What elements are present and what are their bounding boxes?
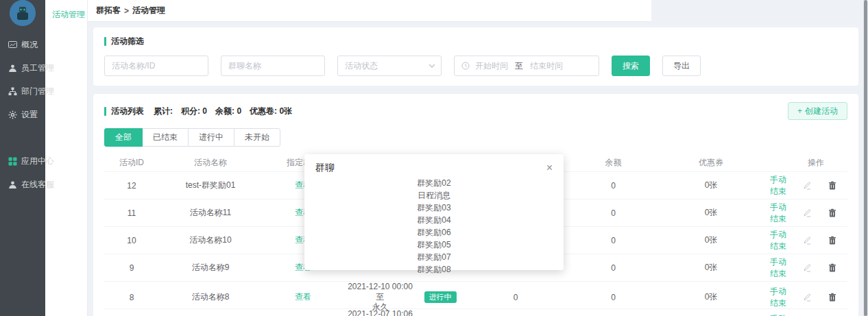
delete-icon[interactable] <box>828 263 836 273</box>
sidebar-item-employees[interactable]: 员工管理 <box>0 56 45 80</box>
tab-ended[interactable]: 已结束 <box>142 128 189 147</box>
employee-icon <box>8 63 17 73</box>
department-icon <box>8 86 17 96</box>
summary-points: 积分: 0 <box>181 106 207 117</box>
delete-icon[interactable] <box>828 236 836 245</box>
cell-activity-name: 活动名称8 <box>159 291 262 303</box>
sidebar-item-label: 应用中心 <box>21 156 54 167</box>
group-list-item: 群奖励06 <box>304 226 564 239</box>
settings-icon <box>8 110 17 119</box>
delete-icon[interactable] <box>828 293 836 302</box>
sidebar-item-label: 在线客服 <box>21 179 54 191</box>
sidebar-item-label: 概况 <box>21 39 38 51</box>
dialog-header: 群聊 × <box>304 154 564 175</box>
group-chat-dialog: 群聊 × 群奖励02 日程消息 群奖励03 群奖励04 群奖励06 群奖励05 … <box>304 154 564 270</box>
create-activity-button[interactable]: + 创建活动 <box>788 102 847 120</box>
summary-coupons: 优惠卷: 0张 <box>250 106 292 117</box>
cell-activity-name: 活动名称11 <box>159 207 262 219</box>
cell-balance: 0 <box>567 293 660 302</box>
edit-icon[interactable] <box>803 293 812 302</box>
primary-sidebar: 概况 员工管理 部门管理 设置 <box>0 0 45 316</box>
sidebar-item-activity-management[interactable]: 活动管理 <box>45 8 87 21</box>
cell-activity-id: 11 <box>104 208 159 218</box>
totals-summary: 累计: 积分: 0 余额: 0 优惠卷: 0张 <box>154 106 292 117</box>
filter-row: 活动状态 开始时间 至 结束时间 搜索 导出 <box>104 56 847 76</box>
group-list-item: 群奖励03 <box>304 202 564 214</box>
col-activity-name: 活动名称 <box>159 157 262 169</box>
sidebar-item-departments[interactable]: 部门管理 <box>0 80 45 103</box>
breadcrumb-current: 活动管理 <box>132 5 165 16</box>
export-button[interactable]: 导出 <box>662 56 701 76</box>
edit-icon[interactable] <box>803 208 812 218</box>
date-range-picker[interactable]: 开始时间 至 结束时间 <box>454 56 599 76</box>
manual-end-link[interactable]: 手动结束 <box>762 313 786 316</box>
manual-end-link[interactable]: 手动结束 <box>762 286 786 309</box>
apps-icon <box>8 156 17 166</box>
search-button[interactable]: 搜索 <box>612 56 650 76</box>
sidebar-item-settings[interactable]: 设置 <box>0 103 45 126</box>
manual-end-link[interactable]: 手动结束 <box>762 256 786 280</box>
group-list-item: 群奖励02 <box>304 177 564 189</box>
status-select-placeholder: 活动状态 <box>345 60 378 72</box>
filter-panel: 活动筛选 活动状态 开始时间 至 结束时间 搜索 导出 <box>93 27 858 86</box>
create-activity-label: 创建活动 <box>805 106 838 117</box>
cell-activity-name: test-群奖励01 <box>159 180 262 191</box>
sidebar-item-label: 员工管理 <box>21 62 54 74</box>
dialog-body: 群奖励02 日程消息 群奖励03 群奖励04 群奖励06 群奖励05 群奖励07… <box>304 177 564 276</box>
edit-icon[interactable] <box>803 181 812 191</box>
sidebar-item-app-center[interactable]: 应用中心 <box>0 149 45 173</box>
avatar[interactable] <box>10 0 36 26</box>
tab-ongoing[interactable]: 进行中 <box>188 128 234 147</box>
sidebar-item-online-service[interactable]: 在线客服 <box>0 173 45 196</box>
manual-end-link[interactable]: 手动结束 <box>762 202 786 225</box>
service-icon <box>8 180 17 189</box>
sidebar-item-label: 部门管理 <box>21 86 54 97</box>
summary-prefix: 累计: <box>154 106 173 117</box>
group-name-input[interactable] <box>221 56 325 76</box>
view-groups-link[interactable]: 查看 <box>295 292 311 302</box>
cell-coupons: 0张 <box>660 234 762 246</box>
start-time-placeholder: 开始时间 <box>475 60 508 72</box>
close-icon[interactable]: × <box>546 163 553 173</box>
cell-activity-id: 10 <box>104 236 159 245</box>
list-title: 活动列表 <box>111 106 144 117</box>
activity-status-select[interactable]: 活动状态 <box>337 56 442 76</box>
cell-activity-name: 活动名称9 <box>159 262 262 274</box>
section-accent-bar <box>104 37 106 46</box>
delete-icon[interactable] <box>828 181 836 191</box>
cell-activity-name: 活动名称10 <box>159 234 262 246</box>
manual-end-link[interactable]: 手动结束 <box>762 229 786 252</box>
cell-balance: 0 <box>567 208 660 218</box>
plus-icon: + <box>797 106 802 116</box>
scrollbar[interactable] <box>863 0 868 316</box>
dashboard-icon <box>8 40 17 49</box>
cell-coupons: 0张 <box>660 262 762 274</box>
delete-icon[interactable] <box>828 208 836 218</box>
breadcrumb-root[interactable]: 群拓客 <box>96 5 121 16</box>
chevron-down-icon <box>429 64 435 68</box>
col-coupons: 优惠券 <box>660 157 762 169</box>
cell-balance: 0 <box>567 181 660 191</box>
summary-balance: 余额: 0 <box>215 106 241 117</box>
filter-title: 活动筛选 <box>111 36 144 47</box>
edit-icon[interactable] <box>803 236 812 245</box>
sidebar-item-overview[interactable]: 概况 <box>0 33 45 56</box>
cell-coupons: 0张 <box>660 180 762 191</box>
scrollbar-thumb[interactable] <box>864 0 867 316</box>
cell-coupons: 0张 <box>660 207 762 219</box>
group-list-item: 日程消息 <box>304 189 564 202</box>
manual-end-link[interactable]: 手动结束 <box>762 174 786 197</box>
dialog-title: 群聊 <box>315 162 335 174</box>
sidebar-nav: 概况 员工管理 部门管理 设置 <box>0 33 45 196</box>
group-list-item: 群奖励07 <box>304 251 564 263</box>
edit-icon[interactable] <box>803 263 812 273</box>
tab-all[interactable]: 全部 <box>104 128 143 147</box>
activity-name-input[interactable] <box>104 56 208 76</box>
filter-section-title: 活动筛选 <box>104 36 847 47</box>
clock-icon <box>461 62 470 70</box>
sidebar-item-label: 设置 <box>21 109 38 121</box>
tab-not-started[interactable]: 未开始 <box>234 128 280 147</box>
cell-balance: 0 <box>567 263 660 273</box>
cell-activity-id: 8 <box>104 293 159 302</box>
date-range-to-label: 至 <box>515 60 523 72</box>
